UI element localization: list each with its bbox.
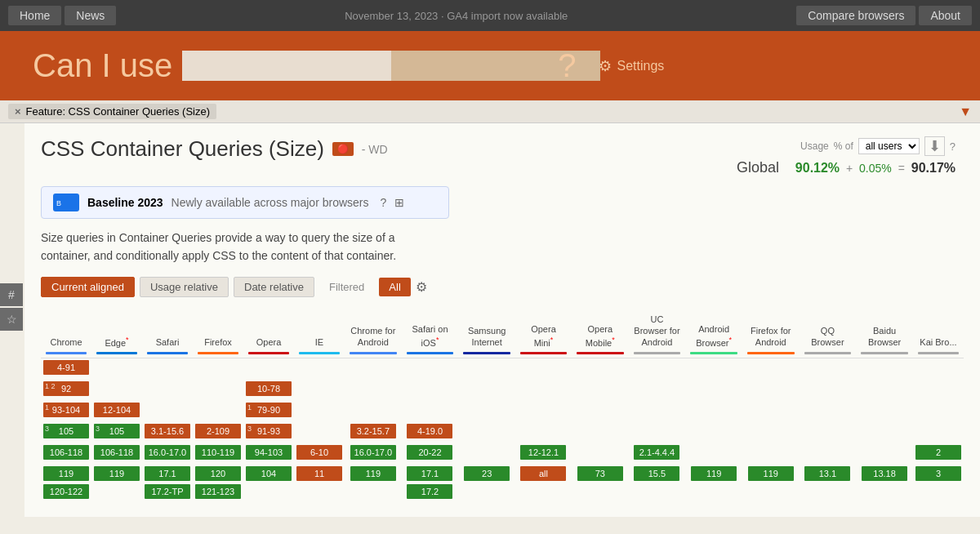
gear-icon: ⚙ xyxy=(599,57,612,75)
baseline-info-icon[interactable]: ? xyxy=(381,196,387,209)
search-input[interactable] xyxy=(182,51,391,81)
cell: 106-118 xyxy=(91,443,142,465)
cell xyxy=(193,380,243,401)
cell xyxy=(685,401,742,422)
cell xyxy=(91,380,142,401)
tab-settings-icon[interactable]: ⚙ xyxy=(416,279,427,295)
cell xyxy=(856,422,913,443)
spec-type: - WD xyxy=(362,143,388,156)
nav-left: Home News xyxy=(8,6,116,25)
filter-icon[interactable]: ▼ xyxy=(959,105,972,119)
usage-help-icon[interactable]: ? xyxy=(950,140,956,153)
cell xyxy=(742,443,800,465)
svg-text:B: B xyxy=(56,199,61,207)
usage-green: 90.12% xyxy=(795,161,840,175)
cell xyxy=(572,422,629,443)
browser-body: 4-911 29210-78193-10412-104179-903105310… xyxy=(41,358,964,504)
home-button[interactable]: Home xyxy=(8,6,61,25)
main-content: CSS Container Queries (Size) 🔴 - WD Usag… xyxy=(24,123,980,517)
cell xyxy=(402,380,459,401)
usage-numbers: 90.12% + 0.05% = 90.17% xyxy=(795,162,956,175)
cell xyxy=(856,358,913,380)
cell xyxy=(800,422,857,443)
cell: 3 xyxy=(913,465,964,483)
news-button[interactable]: News xyxy=(65,6,116,25)
usage-label: Usage xyxy=(800,140,829,152)
cell xyxy=(458,483,515,504)
tab-current-aligned[interactable]: Current aligned xyxy=(41,277,135,297)
cell xyxy=(742,358,800,380)
usage-right: Usage % of all users ⬇ ? Global 90.12% +… xyxy=(737,136,956,176)
cell: 119 xyxy=(91,465,142,483)
search-container xyxy=(182,51,541,81)
cell: 120 xyxy=(193,465,243,483)
cell xyxy=(142,380,193,401)
cell: 16.0-17.0 xyxy=(345,443,402,465)
usage-region: Global xyxy=(737,159,779,176)
cell: 3105 xyxy=(41,422,91,443)
cell xyxy=(345,358,402,380)
baseline-year: Baseline 2023 xyxy=(87,196,163,209)
cell: 13.18 xyxy=(856,465,913,483)
question-mark: ? xyxy=(558,47,576,84)
baseline-desc: Newly available across major browsers xyxy=(172,196,369,209)
cell xyxy=(402,401,459,422)
cell: 94-103 xyxy=(243,443,294,465)
cell xyxy=(458,401,515,422)
tab-all[interactable]: All xyxy=(379,278,410,296)
about-button[interactable]: About xyxy=(919,6,972,25)
baseline-section: B Baseline 2023 Newly available across m… xyxy=(41,186,964,219)
star-icon-button[interactable]: ☆ xyxy=(0,308,23,331)
usage-dropdown-arrow[interactable]: ⬇ xyxy=(924,136,945,156)
cell xyxy=(742,422,800,443)
tab-usage-relative[interactable]: Usage relative xyxy=(140,277,229,297)
cell: 391-93 xyxy=(243,422,294,443)
cell: 4-91 xyxy=(41,358,91,380)
cell xyxy=(856,483,913,504)
cell: all xyxy=(515,465,572,483)
cell: 4-19.0 xyxy=(402,422,459,443)
cell: 193-104 xyxy=(41,401,91,422)
cell: 23 xyxy=(458,465,515,483)
browser-header-android-browser: Android Browser* xyxy=(685,310,742,358)
table-row: 1 29210-78 xyxy=(41,380,964,401)
settings-label: Settings xyxy=(617,59,664,73)
cell: 11 xyxy=(294,465,345,483)
table-row: 310531053.1-15.62-109391-933.2-15.74-19.… xyxy=(41,422,964,443)
hero-title: Can I use xyxy=(33,47,172,84)
baseline-more-icon[interactable]: ⊞ xyxy=(394,196,404,209)
settings-button[interactable]: ⚙ Settings xyxy=(599,57,664,75)
cell: 1 292 xyxy=(41,380,91,401)
cell: 17.2-TP xyxy=(142,483,193,504)
tab-date-relative[interactable]: Date relative xyxy=(234,277,314,297)
browser-header-samsung-internet: Samsung Internet xyxy=(458,310,515,358)
browser-header-kai-bro...: Kai Bro... xyxy=(913,310,964,358)
compare-browsers-button[interactable]: Compare browsers xyxy=(796,6,915,25)
cell xyxy=(913,483,964,504)
cell xyxy=(243,358,294,380)
filter-tabs: Current aligned Usage relative Date rela… xyxy=(41,277,964,297)
usage-total: 90.17% xyxy=(911,161,956,175)
cell xyxy=(913,358,964,380)
cell: 12-12.1 xyxy=(515,443,572,465)
cell: 119 xyxy=(345,465,402,483)
cell xyxy=(856,380,913,401)
cell xyxy=(685,483,742,504)
browser-header-chrome: Chrome xyxy=(41,310,91,358)
cell: 17.1 xyxy=(142,465,193,483)
cell xyxy=(458,380,515,401)
cell xyxy=(685,422,742,443)
cell: 6-10 xyxy=(294,443,345,465)
cell xyxy=(685,380,742,401)
cell xyxy=(294,358,345,380)
browser-header-firefox: Firefox xyxy=(193,310,243,358)
usage-users-select[interactable]: all users xyxy=(858,138,920,154)
hash-icon-button[interactable]: # xyxy=(0,283,23,306)
feature-title: CSS Container Queries (Size) xyxy=(41,136,324,162)
cell: 119 xyxy=(685,465,742,483)
close-icon[interactable]: × xyxy=(15,105,21,118)
cell xyxy=(345,401,402,422)
usage-small: 0.05% xyxy=(859,162,892,175)
cell xyxy=(142,358,193,380)
cell: 120-122 xyxy=(41,483,91,504)
